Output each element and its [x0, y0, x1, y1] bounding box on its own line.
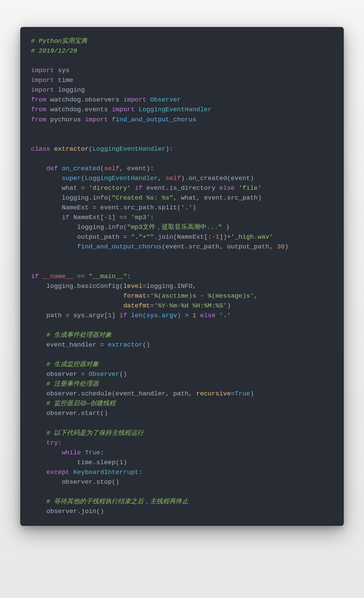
class-observer: Observer — [150, 96, 181, 103]
comment-line: # Python实用宝典 — [31, 37, 87, 45]
class-extractor: extractor — [54, 145, 89, 153]
method-on-created: on_created — [62, 165, 100, 172]
keyword-import: import — [31, 67, 54, 74]
comment-line: # 2019/12/29 — [31, 47, 77, 55]
keyword-class: class — [31, 145, 50, 153]
module: sys — [58, 67, 69, 74]
class-leh: LoggingEventHandler — [139, 106, 212, 113]
comment-line: # 监控器启动—创建线程 — [47, 400, 116, 407]
comment-line: # 以下代码是为了保持主线程运行 — [47, 429, 144, 437]
code-block: # Python实用宝典 # 2019/12/29 import sys imp… — [20, 27, 344, 526]
comment-line: # 生成事件处理器对象 — [47, 331, 112, 339]
comment-line: # 注册事件处理器 — [47, 380, 99, 388]
keyword-def: def — [47, 165, 58, 172]
dunder-name: __name__ — [42, 273, 73, 280]
comment-line: # 等待其他的子线程执行结束之后，主线程再终止 — [47, 498, 189, 505]
comment-line: # 生成监控器对象 — [47, 361, 99, 368]
class-keyboard-interrupt: KeyboardInterrupt — [73, 469, 139, 476]
